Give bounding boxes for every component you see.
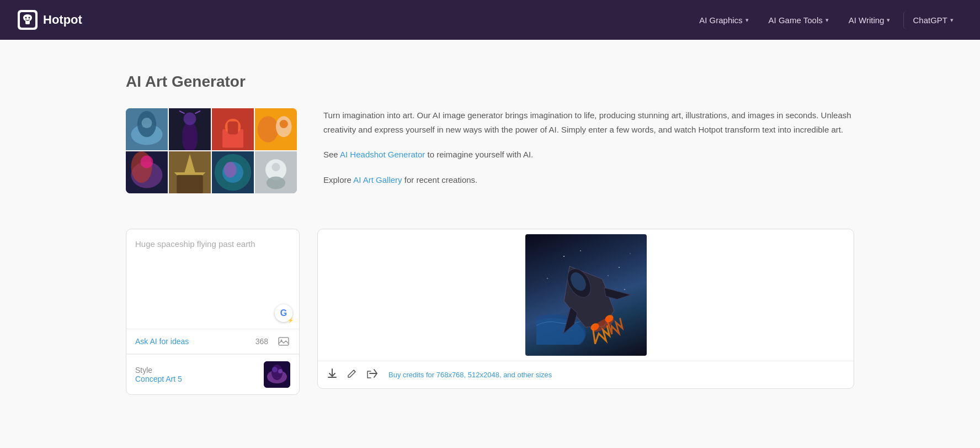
style-label: Style Concept Art 5 [135, 366, 257, 383]
nav-links: AI Graphics ▾ AI Game Tools ▾ AI Writing… [690, 11, 962, 29]
svg-point-48 [580, 250, 581, 251]
nav-item-ai-game-tools[interactable]: AI Game Tools ▾ [760, 11, 838, 29]
gallery-paragraph: Explore AI Art Gallery for recent creati… [323, 173, 854, 187]
generated-image [525, 234, 647, 356]
grid-image-3 [212, 108, 254, 150]
headshot-paragraph: See AI Headshot Generator to reimagine y… [323, 147, 854, 162]
chevron-down-icon: ▾ [825, 17, 829, 24]
gallery-link[interactable]: AI Art Gallery [353, 175, 402, 185]
panel-actions: Ask AI for ideas 368 [126, 329, 299, 354]
chevron-down-icon: ▾ [745, 17, 749, 24]
logo-icon [18, 10, 38, 30]
svg-rect-15 [228, 122, 238, 135]
svg-rect-35 [279, 338, 289, 345]
svg-point-9 [184, 113, 196, 125]
svg-point-1 [25, 17, 27, 19]
grid-image-6 [169, 151, 211, 193]
prompt-area[interactable]: Huge spaceship flying past earth G ⚡ [126, 229, 299, 329]
style-thumbnail [264, 361, 290, 388]
share-icon[interactable] [366, 368, 377, 382]
grid-image-7 [212, 151, 254, 193]
main-content: AI Art Generator [104, 40, 876, 428]
grid-image-4 [255, 108, 297, 150]
grid-image-2 [169, 108, 211, 150]
svg-point-34 [271, 163, 280, 171]
image-toolbar: Buy credits for 768x768, 512x2048, and o… [318, 361, 854, 388]
edit-icon[interactable] [347, 368, 358, 382]
svg-point-33 [267, 177, 285, 189]
chevron-down-icon: ▾ [887, 17, 890, 24]
svg-rect-26 [177, 175, 203, 193]
char-count: 368 [255, 337, 268, 346]
svg-point-2 [29, 17, 30, 19]
style-label-main: Style [135, 366, 257, 375]
ask-ai-link[interactable]: Ask AI for ideas [135, 337, 251, 346]
svg-point-30 [224, 162, 237, 178]
svg-point-44 [563, 256, 564, 257]
svg-point-49 [630, 253, 630, 254]
description-text: Turn imagination into art. Our AI image … [323, 108, 854, 136]
nav-item-chatgpt[interactable]: ChatGPT ▾ [903, 11, 962, 29]
generator-section: Huge spaceship flying past earth G ⚡ Ask… [126, 229, 854, 395]
svg-point-47 [624, 289, 625, 290]
style-section[interactable]: Style Concept Art 5 [126, 354, 299, 394]
svg-point-6 [142, 118, 152, 128]
grid-image-1 [126, 108, 168, 150]
image-upload-icon[interactable] [277, 335, 290, 348]
svg-point-17 [258, 116, 279, 143]
prompt-panel: Huge spaceship flying past earth G ⚡ Ask… [126, 229, 300, 395]
hero-section: Turn imagination into art. Our AI image … [126, 108, 854, 198]
grid-image-5 [126, 151, 168, 193]
svg-point-40 [272, 367, 278, 372]
svg-point-41 [278, 369, 283, 373]
chevron-down-icon: ▾ [950, 17, 954, 24]
google-icon-wrapper: G ⚡ [275, 304, 292, 322]
google-g-icon: G ⚡ [275, 304, 292, 322]
page-title: AI Art Generator [126, 73, 854, 91]
nav-item-ai-graphics[interactable]: AI Graphics ▾ [690, 11, 757, 29]
navigation: Hotpot AI Graphics ▾ AI Game Tools ▾ AI … [0, 0, 980, 40]
grid-image-8 [255, 151, 297, 193]
generated-image-panel: Buy credits for 768x768, 512x2048, and o… [317, 229, 854, 389]
buy-credits-link[interactable]: Buy credits for 768x768, 512x2048, and o… [388, 371, 552, 379]
svg-point-23 [141, 156, 153, 168]
generated-image-container [318, 229, 854, 361]
nav-item-ai-writing[interactable]: AI Writing ▾ [840, 11, 899, 29]
hero-description: Turn imagination into art. Our AI image … [323, 108, 854, 198]
svg-point-46 [547, 278, 548, 279]
svg-point-19 [280, 120, 288, 128]
prompt-text: Huge spaceship flying past earth [135, 239, 255, 249]
svg-point-50 [608, 275, 609, 276]
logo[interactable]: Hotpot [18, 10, 82, 30]
logo-text: Hotpot [43, 13, 82, 27]
svg-point-45 [619, 267, 620, 268]
headshot-link[interactable]: AI Headshot Generator [340, 150, 425, 159]
style-label-value: Concept Art 5 [135, 375, 257, 383]
hero-image-grid [126, 108, 297, 193]
download-icon[interactable] [327, 368, 338, 382]
